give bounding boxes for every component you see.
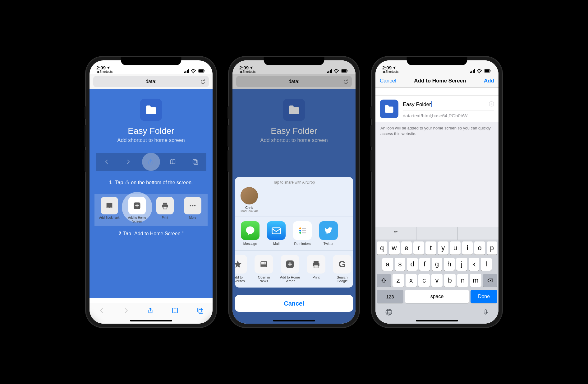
key-u[interactable]: u [450, 241, 461, 255]
twitter-icon [319, 221, 338, 240]
back-to-app[interactable]: ◀ Shortcuts [96, 70, 113, 73]
add-button[interactable]: Add [484, 78, 494, 84]
home-indicator[interactable] [273, 320, 315, 321]
key-x[interactable]: x [406, 274, 417, 287]
dictation-button[interactable] [482, 308, 489, 316]
action-print[interactable]: Print [306, 255, 326, 283]
key-c[interactable]: c [418, 274, 430, 287]
key-n[interactable]: n [457, 274, 469, 287]
key-q[interactable]: q [377, 241, 387, 255]
airdrop-title: Tap to share with AirDrop [239, 180, 349, 185]
reminders-icon [293, 221, 312, 240]
add-to-home-action: Add to Home Screen [124, 197, 150, 223]
key-h[interactable]: h [444, 258, 455, 271]
key-e[interactable]: e [401, 241, 412, 255]
cancel-button[interactable]: Cancel [235, 295, 353, 312]
wifi-icon [191, 68, 196, 73]
key-a[interactable]: a [382, 258, 393, 271]
action-row-preview: Add Bookmark Add to Home Screen Print Mo… [94, 194, 208, 226]
news-icon [255, 255, 273, 274]
reload-icon[interactable] [200, 79, 206, 84]
key-v[interactable]: v [431, 274, 443, 287]
key-j[interactable]: j [456, 258, 467, 271]
share-message[interactable]: Message [240, 221, 260, 246]
reload-icon[interactable] [343, 79, 349, 84]
key-p[interactable]: p [487, 241, 497, 255]
back-to-app[interactable]: ◀ Shortcuts [382, 70, 398, 73]
action-add-home[interactable]: Add to Home Screen [280, 255, 300, 283]
bookmarks-button[interactable] [171, 307, 179, 314]
url-bar[interactable]: data: [236, 76, 352, 87]
key-123[interactable]: 123 [377, 290, 403, 303]
airdrop-contact[interactable]: Chris MacBook Air [239, 187, 260, 213]
key-z[interactable]: z [393, 274, 404, 287]
keyboard-suggestions[interactable]: “” [375, 227, 498, 240]
share-button[interactable] [147, 307, 154, 314]
cancel-button[interactable]: Cancel [380, 78, 396, 84]
add-bookmark-action: Add Bookmark [96, 197, 122, 223]
back-to-app[interactable]: ◀ Shortcuts [239, 70, 255, 73]
phone-2: 2:09 ◀ Shortcuts data: Easy Folder Add s… [229, 57, 359, 327]
more-action: More [180, 197, 206, 223]
share-twitter[interactable]: Twitter [318, 221, 339, 246]
key-y[interactable]: y [438, 241, 448, 255]
keyboard: “” qwertyuiop asdfghjkl zxcvbnm 123 spac… [375, 227, 498, 324]
emoji-globe-button[interactable] [385, 308, 393, 316]
home-indicator[interactable] [130, 320, 172, 321]
step-2: 2Tap "Add to Home Screen." [90, 230, 213, 237]
key-b[interactable]: b [444, 274, 456, 287]
key-space[interactable]: space [405, 290, 469, 303]
status-time: 2:09 [96, 65, 106, 70]
key-k[interactable]: k [469, 258, 480, 271]
key-s[interactable]: s [395, 258, 406, 271]
phone-1: 2:09 ◀ Shortcuts data: Easy Folder Add s… [86, 57, 216, 327]
key-f[interactable]: f [419, 258, 430, 271]
notch [121, 57, 181, 65]
url-text: data: [145, 79, 157, 84]
key-backspace[interactable] [483, 274, 497, 287]
key-r[interactable]: r [413, 241, 424, 255]
back-button[interactable] [98, 307, 105, 314]
key-shift[interactable] [377, 274, 391, 287]
nav-bar: Cancel Add to Home Screen Add [375, 74, 498, 88]
forward-icon [125, 159, 131, 165]
printer-icon [161, 201, 169, 210]
back-icon [103, 159, 110, 165]
shortcut-name-input[interactable]: Easy Folder ⓧ [403, 99, 494, 110]
forward-button[interactable] [123, 307, 130, 314]
page-content: Easy Folder Add shortcut to home screen … [90, 89, 213, 298]
help-text: An icon will be added to your home scree… [375, 122, 498, 140]
safari-url-bar-container: data: [232, 74, 356, 89]
phone-3: 2:09 ◀ Shortcuts Cancel Add to Home Scre… [372, 57, 502, 327]
battery-icon [197, 69, 206, 73]
google-icon: G [333, 255, 351, 274]
shortcut-icon [380, 100, 398, 118]
action-news[interactable]: Open in News [254, 255, 274, 283]
key-l[interactable]: l [481, 258, 492, 271]
signal-icon [327, 69, 332, 73]
status-time: 2:09 [239, 65, 249, 70]
key-w[interactable]: w [389, 241, 399, 255]
printer-icon [307, 255, 325, 274]
action-google[interactable]: G Search Google [332, 255, 352, 283]
notch [407, 57, 467, 65]
tabs-button[interactable] [196, 307, 204, 314]
key-t[interactable]: t [425, 241, 436, 255]
action-favorites[interactable]: Add to Favorites [235, 255, 248, 283]
share-mail[interactable]: Mail [266, 221, 287, 246]
signal-icon [470, 69, 475, 73]
url-bar[interactable]: data: [93, 76, 209, 87]
home-indicator[interactable] [416, 320, 458, 321]
bookmark-icon [105, 201, 114, 210]
key-g[interactable]: g [432, 258, 443, 271]
key-m[interactable]: m [470, 274, 481, 287]
share-apps-row: Message Mail Reminders Twitter [235, 217, 353, 251]
key-i[interactable]: i [462, 241, 473, 255]
safari-url-bar-container: data: [90, 74, 213, 89]
share-reminders[interactable]: Reminders [292, 221, 313, 246]
clear-icon[interactable]: ⓧ [489, 101, 494, 108]
key-d[interactable]: d [407, 258, 418, 271]
location-icon [250, 66, 253, 70]
key-o[interactable]: o [474, 241, 485, 255]
key-done[interactable]: Done [471, 290, 497, 303]
